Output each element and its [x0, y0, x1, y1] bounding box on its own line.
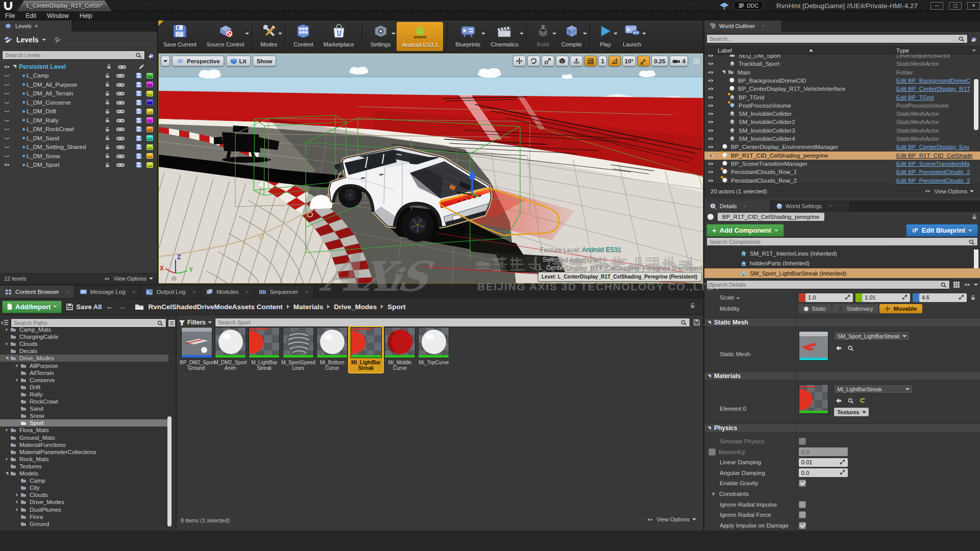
grid-snap-button[interactable] [584, 56, 597, 66]
material-combo[interactable]: MI_LightBarStreak [834, 384, 913, 394]
save-search-icon[interactable] [693, 319, 700, 326]
translate-tool-button[interactable] [513, 56, 526, 66]
level-color-chip[interactable] [146, 144, 153, 150]
rotation-snap-button[interactable] [608, 56, 621, 66]
mobility-static[interactable]: Static [799, 304, 831, 313]
folder-Drive_Modes[interactable]: Drive_Modes [0, 355, 168, 362]
outliner-row-BP_CenterDisplay_EnvironmentManager[interactable]: BP_CenterDisplay_EnvironmentManagerEdit … [704, 143, 980, 151]
folder-Models[interactable]: Models [0, 470, 168, 477]
scale-x-field[interactable]: 1.0 [805, 293, 853, 302]
component-row-SM_R1T_InteriorLines[interactable]: SM_R1T_InteriorLines (Inherited) [704, 248, 980, 258]
level-row-persistent[interactable]: Persistent Level [0, 62, 157, 71]
toolbar-modes-button[interactable]: Modes [255, 20, 282, 53]
toolbar-launch-button[interactable]: Launch [618, 20, 646, 53]
maximize-viewport-icon[interactable] [693, 58, 700, 64]
folder-Ground_Mats[interactable]: Ground_Mats [0, 434, 168, 441]
level-row-L_DM_Setting_Shared[interactable]: L_DM_Setting_Shared [0, 143, 157, 152]
search-details-input[interactable]: Search Details [706, 280, 950, 289]
level-row-L_DM_RockCrawl[interactable]: L_DM_RockCrawl [0, 125, 157, 134]
outliner-row-SEQ_DM_Sport[interactable]: SEQ_DM_SportLevelSequenceActor [704, 55, 980, 60]
show-button[interactable]: Show [253, 56, 277, 66]
tab-sequencer[interactable]: Sequencer× [254, 286, 312, 298]
maximize-button[interactable]: ▢ [949, 2, 962, 10]
folder-Decals[interactable]: Decals [0, 347, 168, 355]
folder-Clouds[interactable]: Clouds [0, 491, 168, 498]
menu-file[interactable]: File [5, 12, 15, 19]
asset-M_LightBar[interactable]: M_LightBarStreak [248, 327, 281, 371]
asset-M_DM2_Sport[interactable]: M_DM2_SportAnim [213, 327, 247, 371]
outliner-row-BP_TGrid[interactable]: BP_TGridEdit BP_TGrid [704, 93, 980, 102]
levels-details-icon[interactable] [53, 36, 62, 43]
toolbar-build-button[interactable]: Build [530, 20, 556, 53]
section-physics[interactable]: Physics [704, 423, 980, 433]
level-row-L_DM_All_Purpose[interactable]: L_DM_All_Purpose [0, 80, 157, 89]
perspective-button[interactable]: Perspective [172, 56, 224, 66]
folder-Snow[interactable]: Snow [0, 412, 168, 419]
tab-content-browser[interactable]: Content Browser× [0, 286, 74, 298]
lock-sources-icon[interactable] [689, 302, 696, 311]
grid-snap-value[interactable]: 1 [598, 56, 606, 66]
ddc-button[interactable]: DDC [733, 1, 763, 10]
crumb-1[interactable]: Materials [293, 303, 324, 311]
tab-levels[interactable]: Levels× [0, 20, 71, 32]
surface-snap-button[interactable] [570, 56, 583, 66]
folder-AllPurpose[interactable]: AllPurpose [0, 362, 168, 369]
viewport-options-button[interactable] [161, 56, 170, 66]
folder-City[interactable]: City [0, 484, 168, 491]
toolbar-marketplace-button[interactable]: Marketplace [318, 20, 359, 53]
toolbar-settings-button[interactable]: Settings [365, 20, 396, 53]
scale-snap-button[interactable] [638, 56, 650, 66]
actor-name-field[interactable]: BP_R1T_CID_CelShading_peregrine [718, 213, 824, 221]
level-row-L_DM_Rally[interactable]: L_DM_Rally [0, 116, 157, 125]
scale-tool-button[interactable] [542, 56, 554, 66]
browse-icon[interactable] [846, 344, 855, 352]
levels-search-input[interactable]: Search Levels [2, 51, 145, 60]
scale-snap-value[interactable]: 0.25 [651, 56, 668, 66]
asset-Mi_TopCurve[interactable]: Mi_TopCurve [417, 327, 451, 365]
search-assets-input[interactable]: Search Sport [215, 318, 690, 327]
folder-Ground[interactable]: Ground [0, 520, 168, 526]
edit-blueprint-button[interactable]: Edit Blueprint [906, 224, 978, 237]
back-button[interactable]: ← [106, 302, 114, 311]
outliner-row-SM_InvisibleCollider[interactable]: SM_InvisibleColliderStaticMeshActor [704, 110, 980, 118]
level-color-chip[interactable] [146, 153, 153, 159]
toolbar-cinematics-button[interactable]: Cinematics [485, 20, 523, 53]
level-color-chip[interactable] [146, 135, 153, 141]
folder-DustPlumes[interactable]: DustPlumes [0, 506, 168, 513]
folder-Flora[interactable]: Flora [0, 513, 168, 520]
new-folder-icon[interactable] [970, 35, 978, 43]
lit-button[interactable]: Lit [226, 56, 251, 66]
level-row-L_DM_All_Terrain[interactable]: L_DM_All_Terrain [0, 89, 157, 98]
scale-y-field[interactable]: 1.01 [862, 293, 910, 302]
level-row-L_DM_Sport[interactable]: L_DM_Sport [0, 161, 157, 170]
level-color-chip[interactable] [146, 117, 153, 123]
toolbar-content-button[interactable]: Content [288, 20, 318, 53]
levels-dropdown[interactable]: Levels [16, 36, 39, 44]
tab-modules[interactable]: Modules× [201, 286, 253, 298]
section-materials[interactable]: Materials [704, 371, 980, 381]
assets-view-options[interactable]: View Options [646, 516, 696, 522]
folder-Sand[interactable]: Sand [0, 405, 168, 412]
level-document-tab[interactable]: L_CenterDisplay_R1T_CelSh* [17, 1, 112, 11]
folder-RockCrawl[interactable]: RockCrawl [0, 398, 168, 405]
level-color-chip[interactable] [146, 99, 153, 105]
apply-impulse-on-damage-checkbox[interactable] [799, 522, 806, 529]
folder-Camp_Mats[interactable]: Camp_Mats [0, 326, 168, 333]
outliner-row-BP_SceneTransitionManager[interactable]: BP_SceneTransitionManagerEdit BP_SceneTr… [704, 160, 980, 168]
rotate-tool-button[interactable] [527, 56, 540, 66]
level-row-L_DM_Drift[interactable]: L_DM_Drift [0, 107, 157, 116]
enable-gravity-checkbox[interactable] [799, 480, 806, 487]
folder-Clouds[interactable]: Clouds [0, 340, 168, 347]
outliner-row-PersistantClouds_Row_2[interactable]: PersistantClouds_Row_2Edit BP_Persistent… [704, 177, 980, 184]
levels-dropdown-caret[interactable] [42, 39, 46, 41]
scale-z-field[interactable]: 4.6 [919, 293, 967, 302]
outliner-row-BP_BackgroundDomeCID[interactable]: BP_BackgroundDomeCIDEdit BP_BackgroundDo… [704, 77, 980, 85]
asset-BP_DM2_Sport[interactable]: BP_DM2_SportGround [180, 327, 213, 371]
rotation-snap-value[interactable]: 10° [622, 56, 636, 66]
outliner-row-Main[interactable]: MainFolder [704, 68, 980, 77]
outliner-row-SM_InvisibleCollider4[interactable]: SM_InvisibleCollider4StaticMeshActor [704, 135, 980, 143]
folder-Textures[interactable]: Textures [0, 463, 168, 470]
level-color-chip[interactable] [146, 127, 153, 132]
folder-Sport[interactable]: Sport [0, 419, 168, 427]
folder-Camp[interactable]: Camp [0, 477, 168, 484]
